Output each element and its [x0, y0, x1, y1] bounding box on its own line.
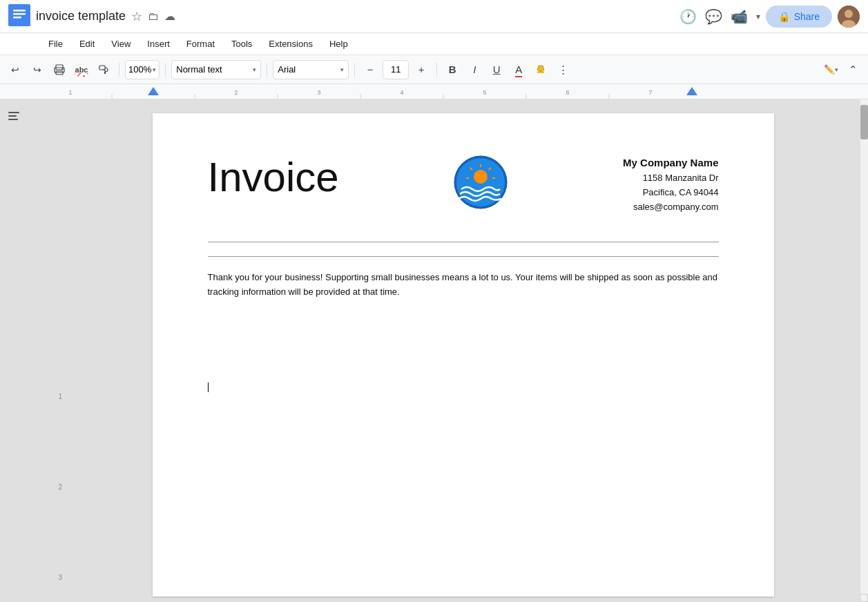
spellcheck-button[interactable]: abc: [72, 60, 91, 79]
history-icon[interactable]: 🕐: [679, 8, 697, 25]
font-size-input[interactable]: 11: [383, 60, 409, 79]
font-value: Arial: [278, 64, 296, 75]
print-button[interactable]: [50, 60, 69, 79]
document-outline-button[interactable]: [0, 99, 28, 602]
more-options-button[interactable]: ⋮: [553, 60, 572, 79]
svg-text:7: 7: [648, 89, 652, 96]
separator-5: [436, 63, 437, 77]
svg-text:2: 2: [234, 89, 238, 96]
font-size-value: 11: [391, 64, 401, 75]
font-size-minus-button[interactable]: −: [360, 60, 380, 79]
doc-title[interactable]: invoice template: [36, 9, 126, 23]
italic-button[interactable]: I: [465, 60, 484, 79]
app-icon: [8, 4, 30, 29]
document-area: 1 2 3 4 Invoice: [0, 99, 868, 602]
menu-bar: File Edit View Insert Format Tools Exten…: [0, 33, 868, 55]
menu-file[interactable]: File: [41, 36, 70, 52]
company-name: My Company Name: [623, 155, 718, 171]
svg-rect-1: [13, 10, 26, 12]
menu-help[interactable]: Help: [322, 36, 355, 52]
style-chevron: ▾: [253, 66, 256, 73]
invoice-header: Invoice: [208, 155, 719, 214]
invoice-title: Invoice: [208, 155, 339, 200]
zoom-chevron: ▾: [153, 66, 156, 73]
svg-rect-32: [8, 112, 19, 113]
menu-view[interactable]: View: [104, 36, 137, 52]
svg-text:1: 1: [68, 89, 72, 96]
company-address2: Pacifica, CA 94044: [623, 186, 718, 200]
top-bar: invoice template ☆ 🗀 ☁ 🕐 💬 📹 ▾ 🔒 Share: [0, 0, 868, 33]
title-icons: ☆ 🗀 ☁: [131, 9, 175, 24]
paint-format-button[interactable]: [94, 60, 113, 79]
company-info: My Company Name 1158 Manzanita Dr Pacifi…: [623, 155, 718, 214]
svg-rect-0: [8, 4, 30, 26]
font-color-button[interactable]: A: [509, 60, 528, 79]
svg-rect-34: [8, 119, 18, 120]
collapse-toolbar-button[interactable]: ⌃: [843, 60, 862, 79]
zoom-value: 100%: [128, 64, 151, 75]
svg-rect-11: [99, 66, 105, 70]
redo-button[interactable]: ↪: [28, 60, 47, 79]
svg-rect-14: [0, 84, 868, 99]
left-margin: 1 2 3 4: [28, 99, 66, 602]
folder-icon[interactable]: 🗀: [148, 10, 159, 23]
svg-point-37: [474, 170, 488, 184]
thank-you-text[interactable]: Thank you for your business! Supporting …: [208, 271, 719, 300]
svg-rect-2: [13, 13, 26, 15]
bold-button[interactable]: B: [443, 60, 462, 79]
menu-edit[interactable]: Edit: [73, 36, 102, 52]
cloud-icon[interactable]: ☁: [164, 10, 175, 23]
top-right-controls: 🕐 💬 📹 ▾: [679, 8, 760, 25]
divider-2: [208, 256, 719, 257]
menu-tools[interactable]: Tools: [224, 36, 259, 52]
menu-insert[interactable]: Insert: [140, 36, 177, 52]
font-select[interactable]: Arial ▾: [273, 60, 349, 79]
text-cursor: [208, 382, 209, 392]
company-address1: 1158 Manzanita Dr: [623, 171, 718, 186]
toolbar: ↩ ↪ abc 100% ▾ Normal text ▾ Arial ▾ −: [0, 55, 868, 84]
invoice-title-block: Invoice: [208, 155, 339, 200]
share-lock-icon: 🔒: [778, 11, 790, 22]
undo-button[interactable]: ↩: [6, 60, 25, 79]
document-page[interactable]: Invoice: [153, 113, 774, 596]
separator-2: [165, 63, 166, 77]
font-size-plus-button[interactable]: +: [412, 60, 431, 79]
ruler: 1 1 2 3 4 5 6 7: [0, 84, 868, 99]
svg-rect-3: [13, 17, 21, 19]
svg-rect-13: [537, 71, 544, 73]
page-wrapper: Invoice: [66, 99, 860, 602]
edit-mode-button[interactable]: ✏️ ▾: [821, 60, 840, 79]
cursor-area: [208, 382, 719, 392]
svg-point-5: [845, 10, 853, 18]
company-email: sales@company.com: [623, 200, 718, 215]
zoom-control[interactable]: 100% ▾: [125, 60, 160, 79]
share-label: Share: [794, 11, 820, 22]
menu-format[interactable]: Format: [180, 36, 222, 52]
scrollbar[interactable]: [860, 99, 868, 602]
company-logo: [450, 155, 512, 210]
highlight-button[interactable]: [531, 60, 550, 79]
svg-text:4: 4: [400, 89, 403, 96]
meet-chevron[interactable]: ▾: [756, 12, 760, 21]
separator-1: [119, 63, 119, 77]
meet-icon[interactable]: 📹: [731, 8, 748, 25]
underline-button[interactable]: U: [487, 60, 506, 79]
user-avatar[interactable]: [838, 6, 860, 28]
share-button[interactable]: 🔒 Share: [766, 6, 832, 28]
menu-extensions[interactable]: Extensions: [262, 36, 320, 52]
scroll-corner: [860, 594, 868, 602]
star-icon[interactable]: ☆: [131, 9, 142, 24]
svg-text:5: 5: [483, 89, 486, 96]
svg-rect-10: [61, 68, 63, 70]
style-value: Normal text: [176, 64, 222, 75]
font-chevron: ▾: [340, 66, 344, 73]
separator-4: [354, 63, 355, 77]
separator-3: [267, 63, 267, 77]
scrollbar-thumb[interactable]: [860, 105, 868, 139]
style-select[interactable]: Normal text ▾: [171, 60, 261, 79]
svg-text:3: 3: [317, 89, 320, 96]
svg-rect-12: [104, 72, 106, 74]
divider-1: [208, 242, 719, 242]
svg-text:6: 6: [566, 89, 569, 96]
comment-icon[interactable]: 💬: [705, 8, 722, 25]
